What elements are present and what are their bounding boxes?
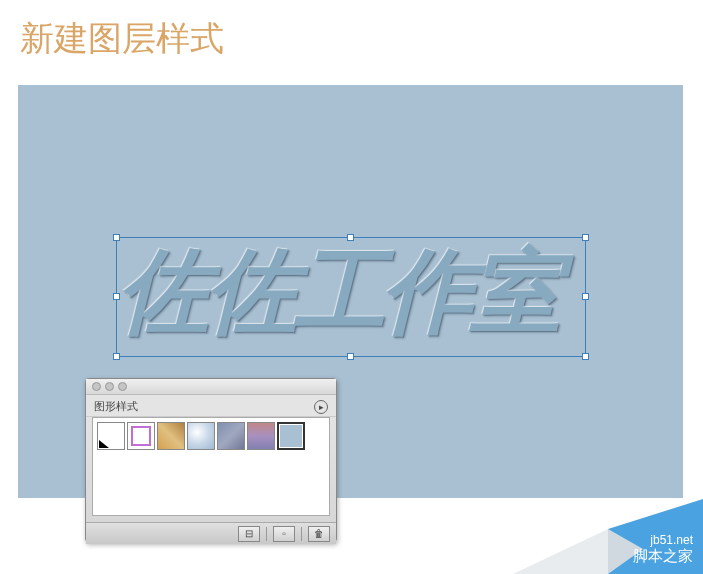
swatch-sphere[interactable] xyxy=(187,422,215,450)
resize-handle-mid-left[interactable] xyxy=(113,293,120,300)
panel-footer: ⊟ ▫ 🗑 xyxy=(86,522,336,544)
panel-tab-label[interactable]: 图形样式 xyxy=(94,399,138,414)
swatch-texture-gold[interactable] xyxy=(157,422,185,450)
watermark-url: jb51.net xyxy=(633,533,693,547)
minimize-icon[interactable] xyxy=(105,382,114,391)
panel-titlebar[interactable] xyxy=(86,379,336,395)
svg-marker-0 xyxy=(513,529,608,574)
close-icon[interactable] xyxy=(92,382,101,391)
resize-handle-mid-right[interactable] xyxy=(582,293,589,300)
watermark-name: 脚本之家 xyxy=(633,547,693,566)
swatch-outline[interactable] xyxy=(127,422,155,450)
resize-handle-top-mid[interactable] xyxy=(347,234,354,241)
break-link-icon[interactable]: ⊟ xyxy=(238,526,260,542)
graphic-styles-panel[interactable]: 图形样式 ▸ ⊟ ▫ 🗑 xyxy=(85,378,337,543)
watermark: jb51.net 脚本之家 xyxy=(633,533,693,566)
zoom-icon[interactable] xyxy=(118,382,127,391)
resize-handle-top-right[interactable] xyxy=(582,234,589,241)
style-swatch-grid xyxy=(92,417,330,516)
new-style-icon[interactable]: ▫ xyxy=(273,526,295,542)
page-title: 新建图层样式 xyxy=(0,0,703,78)
swatch-none[interactable] xyxy=(97,422,125,450)
panel-tab-bar: 图形样式 ▸ xyxy=(86,395,336,417)
selection-bounding-box[interactable] xyxy=(116,237,586,357)
swatch-texture-blue[interactable] xyxy=(217,422,245,450)
resize-handle-bottom-mid[interactable] xyxy=(347,353,354,360)
divider xyxy=(266,527,267,541)
panel-menu-icon[interactable]: ▸ xyxy=(314,400,328,414)
divider xyxy=(301,527,302,541)
resize-handle-bottom-left[interactable] xyxy=(113,353,120,360)
resize-handle-top-left[interactable] xyxy=(113,234,120,241)
delete-style-icon[interactable]: 🗑 xyxy=(308,526,330,542)
resize-handle-bottom-right[interactable] xyxy=(582,353,589,360)
swatch-current-selected[interactable] xyxy=(277,422,305,450)
swatch-texture-purple[interactable] xyxy=(247,422,275,450)
